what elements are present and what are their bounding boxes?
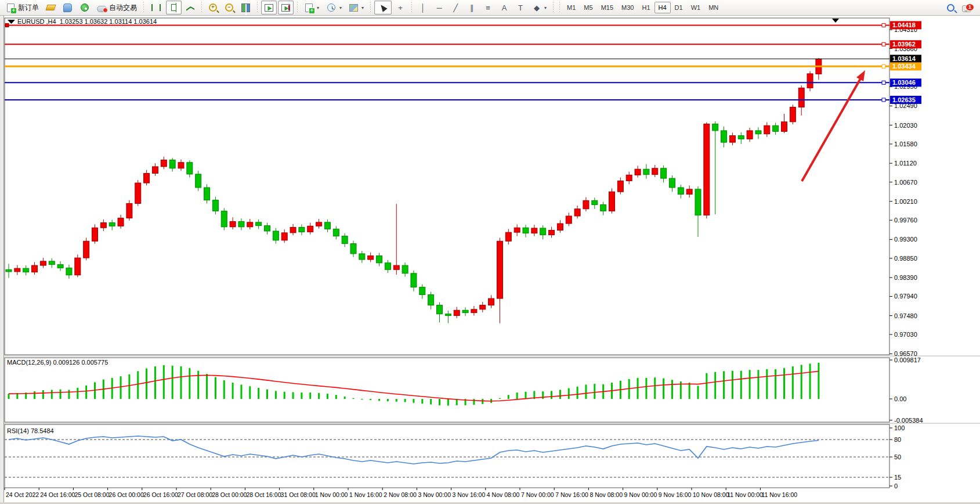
auto-scroll-button[interactable] (261, 1, 277, 15)
candle (161, 160, 167, 167)
candle (350, 244, 356, 254)
horizontal-line-button[interactable]: ─ (432, 1, 447, 15)
candle (57, 265, 63, 268)
profiles-button[interactable]: ▾ (323, 1, 345, 15)
candle (92, 228, 98, 241)
line-handle[interactable] (5, 23, 9, 27)
candle (428, 295, 434, 305)
chevron-down-icon: ▾ (361, 5, 364, 10)
time-tick-label: 9 Nov 00:00 (624, 491, 657, 498)
candle (617, 181, 623, 192)
timeframe-m1-button[interactable]: M1 (563, 2, 580, 13)
candle (324, 222, 330, 229)
candle (290, 227, 296, 232)
trendline-icon: ╱ (451, 3, 460, 12)
bar-chart-button[interactable] (147, 1, 165, 15)
line-handle[interactable] (882, 64, 885, 68)
window-left-edge (0, 16, 4, 504)
candle (738, 136, 744, 139)
price-badge-label: 1.02635 (892, 96, 916, 103)
price-tick: 0.97030 (894, 331, 917, 338)
candle (204, 188, 210, 200)
search-button[interactable] (943, 1, 958, 15)
candle (704, 124, 710, 215)
line-handle[interactable] (882, 98, 885, 102)
candle (6, 269, 12, 272)
timeframe-m30-button[interactable]: M30 (617, 2, 638, 13)
candle (609, 192, 615, 211)
line-handle[interactable] (882, 42, 885, 46)
timeframe-m15-button[interactable]: M15 (597, 2, 617, 13)
candle (221, 211, 227, 226)
price-tick: 1.01580 (894, 141, 917, 147)
toolbar-separator (369, 2, 372, 13)
timeframe-mn-button[interactable]: MN (704, 2, 722, 13)
new-chart-button[interactable]: ▾ (301, 1, 322, 15)
price-tick: 1.02030 (894, 122, 917, 129)
mt4-window: 新订单自动交易+−▾▾▾+│─╱∥≡AT◆▾M1M5M15M30H1H4D1W1… (0, 0, 980, 504)
price-tick: 0.99300 (894, 236, 917, 243)
text-label-button[interactable]: T (513, 1, 528, 15)
time-tick-label: 28 Oct 16:00 (246, 491, 281, 498)
notifications-button[interactable]: 1 (959, 1, 974, 15)
signals-button[interactable] (77, 1, 93, 15)
candlestick-chart-button[interactable] (166, 1, 182, 15)
candle (713, 124, 718, 131)
text-label-icon: T (516, 3, 525, 12)
macd-axis-tick: 0.00 (894, 395, 906, 402)
new-order-icon (7, 3, 15, 12)
timeframe-d1-button[interactable]: D1 (671, 2, 687, 13)
candle (531, 228, 537, 233)
time-tick-label: 4 Nov 08:00 (487, 491, 520, 498)
line-handle[interactable] (882, 23, 885, 27)
fibonacci-button[interactable]: ≡ (480, 1, 496, 15)
price-tick: 0.97940 (894, 293, 917, 300)
timeframe-m5-button[interactable]: M5 (580, 2, 596, 13)
arrows-shapes-button[interactable]: ◆▾ (529, 1, 549, 15)
timeframe-h4-button[interactable]: H4 (654, 2, 671, 13)
equidistant-channel-button[interactable]: ∥ (464, 1, 479, 15)
crosshair-button[interactable]: + (393, 1, 408, 15)
candle (462, 310, 468, 312)
candle (471, 309, 477, 313)
market-watch-button[interactable] (43, 1, 59, 15)
vertical-line-button[interactable]: │ (415, 1, 431, 15)
macd-indicator-label: MACD(12,26,9) 0.009126 0.005775 (7, 359, 108, 366)
fibonacci-icon: ≡ (483, 3, 493, 12)
chart-canvas[interactable]: 1.043101.038601.029501.024901.020301.015… (0, 16, 980, 504)
timeframe-w1-button[interactable]: W1 (687, 2, 705, 13)
tile-windows-button[interactable] (238, 1, 254, 15)
text-button[interactable]: A (497, 1, 512, 15)
candle (523, 228, 529, 233)
mql5-community-button[interactable] (60, 1, 75, 15)
chart-shift-button[interactable] (278, 1, 294, 15)
crosshair-icon: + (396, 3, 405, 12)
chart-shift-icon (281, 4, 290, 12)
auto-trading-label: 自动交易 (109, 3, 137, 13)
candle (678, 188, 684, 195)
auto-trading-button[interactable]: 自动交易 (94, 1, 140, 15)
candle (178, 163, 184, 168)
candle (583, 200, 589, 208)
candle (437, 305, 443, 314)
candle (187, 163, 193, 174)
candle (75, 258, 81, 275)
candle (574, 209, 580, 216)
trendline-button[interactable]: ╱ (448, 1, 463, 15)
zoom-in-button[interactable]: + (205, 1, 220, 15)
price-badge-label: 1.03614 (892, 55, 916, 62)
price-tick: 1.00210 (894, 198, 917, 205)
price-tick: 0.97480 (894, 312, 917, 319)
cursor-button[interactable] (374, 1, 392, 15)
new-order-button[interactable]: 新订单 (3, 1, 42, 15)
candle (402, 265, 408, 273)
candle (729, 136, 735, 143)
time-tick-label: 7 Nov 00:00 (521, 491, 554, 498)
candle (566, 216, 572, 224)
line-handle[interactable] (882, 81, 885, 84)
line-chart-button[interactable] (183, 1, 198, 15)
indicators-list-button[interactable]: ▾ (346, 1, 367, 15)
timeframe-h1-button[interactable]: H1 (638, 2, 654, 13)
zoom-out-button[interactable]: − (222, 1, 237, 15)
candle (308, 226, 313, 232)
